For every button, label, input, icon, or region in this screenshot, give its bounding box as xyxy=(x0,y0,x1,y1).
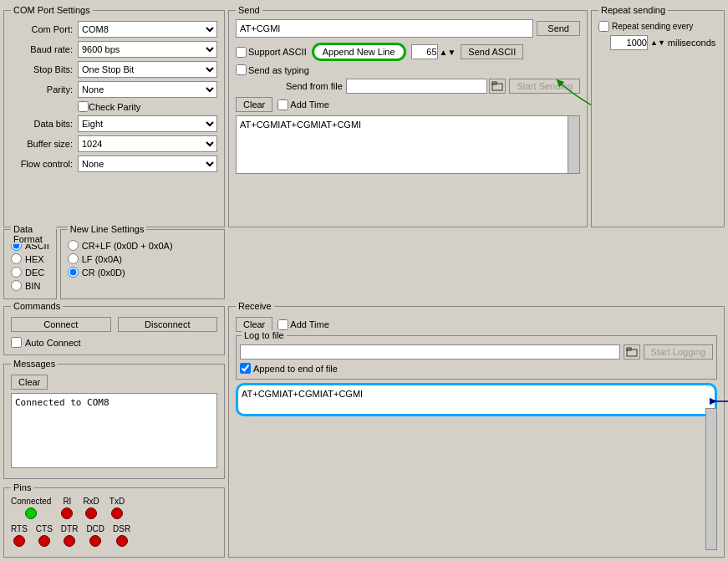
txd-label: TxD xyxy=(109,497,125,506)
connected-label: Connected xyxy=(11,497,51,506)
txd-led xyxy=(111,507,123,519)
parity-label: Parity: xyxy=(11,84,78,94)
receive-text-display: AT+CGMIAT+CGMIAT+CGMI xyxy=(236,383,717,416)
up-down-repeat-icon[interactable]: ▲▼ xyxy=(650,38,665,47)
up-down-icon[interactable]: ▲▼ xyxy=(440,48,456,57)
send-as-typing-checkbox[interactable] xyxy=(236,64,247,75)
dcd-pin: DCD xyxy=(86,524,104,547)
ri-pin: RI xyxy=(61,497,73,519)
com-port-panel: COM Port Settings Com Port: COM8 Baud ra… xyxy=(3,10,225,227)
buffer-size-select[interactable]: 1024 xyxy=(78,135,217,152)
disconnect-button[interactable]: Disconnect xyxy=(118,317,218,332)
bin-radio[interactable] xyxy=(11,280,22,291)
send-clear-button[interactable]: Clear xyxy=(236,97,272,112)
send-ascii-button[interactable]: Send ASCII xyxy=(461,44,523,59)
dcd-led xyxy=(89,535,101,547)
rxd-pin: RxD xyxy=(83,497,99,519)
dec-radio[interactable] xyxy=(11,267,22,278)
append-to-end-checkbox[interactable] xyxy=(240,363,251,374)
support-ascii-checkbox[interactable] xyxy=(236,47,247,58)
add-time-checkbox[interactable] xyxy=(277,99,288,110)
messages-panel: Messages Clear Connected to COM8 xyxy=(3,364,225,479)
auto-connect-checkbox[interactable] xyxy=(11,337,22,348)
cr-radio[interactable] xyxy=(68,267,79,278)
output-arrow xyxy=(709,393,728,410)
append-to-end-label: Append to end of file xyxy=(253,364,338,374)
repeat-panel: Repeat sending Repeat sending every ▲▼ m… xyxy=(591,10,725,227)
dsr-led xyxy=(116,535,128,547)
com-port-select[interactable]: COM8 xyxy=(78,21,217,38)
cts-label: CTS xyxy=(36,524,53,533)
dsr-label: DSR xyxy=(113,524,130,533)
ascii-value-input[interactable] xyxy=(411,44,438,59)
ri-led xyxy=(61,507,73,519)
txd-pin: TxD xyxy=(109,497,125,519)
pins-panel: Pins Connected RI RxD TxD xyxy=(3,487,225,558)
send-button[interactable]: Send xyxy=(537,21,580,36)
send-title: Send xyxy=(236,5,262,15)
cts-led xyxy=(38,535,50,547)
lf-label: LF (0x0A) xyxy=(82,254,122,264)
repeat-value-input[interactable] xyxy=(610,35,648,50)
cr-label: CR (0x0D) xyxy=(82,268,125,278)
dtr-led xyxy=(64,535,75,547)
repeat-sending-checkbox[interactable] xyxy=(598,21,609,32)
dcd-label: DCD xyxy=(86,524,104,533)
connected-pin: Connected xyxy=(11,497,51,519)
check-parity-label: Check Parity xyxy=(89,102,140,112)
flow-control-select[interactable]: None xyxy=(78,156,217,172)
receive-scrollbar[interactable] xyxy=(705,408,717,550)
log-to-file-title: Log to file xyxy=(242,330,287,340)
receive-panel: Receive Clear Add Time Log to file xyxy=(228,306,725,558)
rxd-led xyxy=(85,507,97,519)
send-from-file-label: Send from file xyxy=(286,81,343,91)
file-browse-button[interactable] xyxy=(489,79,506,94)
dec-label: DEC xyxy=(25,268,44,278)
commands-title: Commands xyxy=(11,301,63,311)
dtr-label: DTR xyxy=(61,524,79,533)
send-from-file-input[interactable] xyxy=(346,79,487,94)
repeat-title: Repeat sending xyxy=(598,5,668,15)
ri-label: RI xyxy=(63,497,71,506)
receive-add-time-checkbox[interactable] xyxy=(277,319,288,330)
receive-title: Receive xyxy=(236,301,274,311)
messages-textarea[interactable]: Connected to COM8 xyxy=(11,393,217,468)
auto-connect-label: Auto Connect xyxy=(25,338,81,348)
connected-led xyxy=(25,507,37,519)
crlf-radio[interactable] xyxy=(68,240,79,251)
log-file-input[interactable] xyxy=(240,344,620,360)
data-bits-label: Data bits: xyxy=(11,119,78,129)
crlf-label: CR+LF (0x0D + 0x0A) xyxy=(82,241,173,251)
baud-rate-label: Baud rate: xyxy=(11,44,78,54)
connect-button[interactable]: Connect xyxy=(11,317,111,332)
log-to-file-section: Log to file Start Logging Append to end … xyxy=(236,335,717,380)
com-port-title: COM Port Settings xyxy=(11,5,93,15)
start-logging-button[interactable]: Start Logging xyxy=(644,344,713,360)
log-browse-button[interactable] xyxy=(624,344,640,360)
stop-bits-select[interactable]: One Stop Bit xyxy=(78,61,217,78)
messages-clear-button[interactable]: Clear xyxy=(11,375,48,390)
append-new-line-button[interactable]: Append New Line xyxy=(312,43,406,61)
newline-title: New Line Settings xyxy=(68,224,147,234)
support-ascii-label: Support ASCII xyxy=(248,47,307,57)
flow-control-label: Flow control: xyxy=(11,159,78,169)
send-panel: Send Send Support ASCII Append New Line … xyxy=(228,10,588,227)
pins-title: Pins xyxy=(11,482,33,492)
baud-rate-select[interactable]: 9600 bps xyxy=(78,41,217,58)
dtr-pin: DTR xyxy=(61,524,79,547)
send-text-area: AT+CGMIAT+CGMIAT+CGMI xyxy=(236,115,580,174)
send-scrollbar[interactable] xyxy=(568,116,579,173)
bin-label: BIN xyxy=(25,281,40,291)
rts-label: RTS xyxy=(11,524,28,533)
data-bits-select[interactable]: Eight xyxy=(78,115,217,132)
parity-select[interactable]: None xyxy=(78,81,217,98)
rts-led xyxy=(13,535,25,547)
hex-label: HEX xyxy=(25,254,44,264)
check-parity-checkbox[interactable] xyxy=(78,101,89,112)
lf-radio[interactable] xyxy=(68,253,79,264)
miliseconds-label: miliseconds xyxy=(668,38,715,48)
stop-bits-label: Stop Bits: xyxy=(11,64,78,74)
send-as-typing-label: Send as typing xyxy=(248,65,309,75)
hex-radio[interactable] xyxy=(11,253,22,264)
command-input[interactable] xyxy=(236,19,533,38)
